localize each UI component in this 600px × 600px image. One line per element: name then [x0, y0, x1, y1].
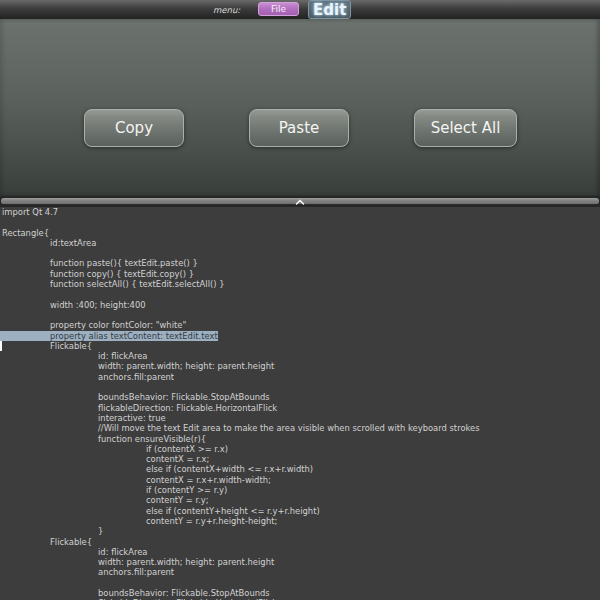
- edit-menu-button[interactable]: Edit: [308, 0, 351, 19]
- code-line: contentX = r.x+r.width-width;: [0, 475, 600, 485]
- edit-toolbar: Copy Paste Select All: [0, 19, 600, 196]
- splitter-handle[interactable]: [0, 196, 600, 207]
- code-line: [0, 248, 600, 258]
- code-line: anchors.fill:parent: [0, 372, 600, 382]
- code-line: property alias textContent: textEdit.tex…: [0, 331, 600, 341]
- code-line: if (contentX >= r.x): [0, 444, 600, 454]
- code-line: contentX = r.x;: [0, 454, 600, 464]
- code-line: [0, 289, 600, 299]
- copy-button[interactable]: Copy: [84, 109, 184, 147]
- code-line: [0, 382, 600, 392]
- text-caret: [0, 341, 2, 351]
- paste-button[interactable]: Paste: [249, 109, 349, 147]
- code-line: flickableDirection: Flickable.Horizontal…: [0, 403, 600, 413]
- code-line: else if (contentX+width <= r.x+r.width): [0, 464, 600, 474]
- code-line: }: [0, 526, 600, 536]
- code-editor[interactable]: import Qt 4.7Rectangle{id:textAreafuncti…: [0, 207, 600, 600]
- code-line: boundsBehavior: Flickable.StopAtBounds: [0, 588, 600, 598]
- select-all-button[interactable]: Select All: [414, 109, 517, 147]
- code-line: property color fontColor: "white": [0, 320, 600, 330]
- code-line: Flickable{: [0, 341, 600, 351]
- code-line: function copy() { textEdit.copy() }: [0, 269, 600, 279]
- splitter-bar: [1, 198, 599, 205]
- file-menu-button[interactable]: File: [258, 2, 299, 16]
- code-line: [0, 217, 600, 227]
- code-line: Rectangle{: [0, 228, 600, 238]
- code-line: width: parent.width; height: parent.heig…: [0, 557, 600, 567]
- code-line: width :400; height:400: [0, 300, 600, 310]
- code-line: [0, 310, 600, 320]
- code-line: contentY = r.y;: [0, 495, 600, 505]
- code-line: id: flickArea: [0, 351, 600, 361]
- code-line: interactive: true: [0, 413, 600, 423]
- code-line: import Qt 4.7: [0, 207, 600, 217]
- menu-label: menu:: [213, 5, 240, 15]
- code-line: //Will move the text Edit area to make t…: [0, 423, 600, 433]
- code-line: contentY = r.y+r.height-height;: [0, 516, 600, 526]
- code-line: function paste(){ textEdit.paste() }: [0, 258, 600, 268]
- application-window: menu: File Edit Copy Paste Select All im…: [0, 0, 600, 600]
- code-line: [0, 578, 600, 588]
- code-line: function ensureVisible(r){: [0, 434, 600, 444]
- code-line: anchors.fill:parent: [0, 567, 600, 577]
- code-line: else if (contentY+height <= r.y+r.height…: [0, 506, 600, 516]
- code-line: id: flickArea: [0, 547, 600, 557]
- code-line: width: parent.width; height: parent.heig…: [0, 361, 600, 371]
- code-line: boundsBehavior: Flickable.StopAtBounds: [0, 392, 600, 402]
- menu-bar: menu: File Edit: [0, 0, 600, 19]
- code-line: id:textArea: [0, 238, 600, 248]
- code-line: function selectAll() { textEdit.selectAl…: [0, 279, 600, 289]
- chevron-up-icon: [295, 199, 305, 205]
- code-line: if (contentY >= r.y): [0, 485, 600, 495]
- code-line: Flickable{: [0, 537, 600, 547]
